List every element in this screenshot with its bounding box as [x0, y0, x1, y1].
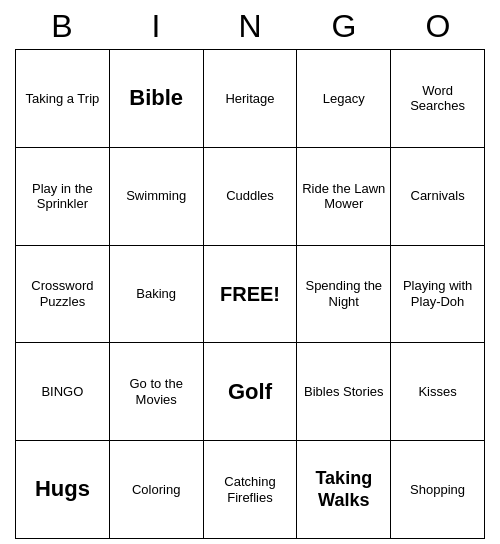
bingo-cell-4: Word Searches: [391, 50, 485, 148]
bingo-grid: Taking a TripBibleHeritageLegacyWord Sea…: [15, 49, 485, 539]
header-g: G: [300, 8, 388, 45]
bingo-cell-9: Carnivals: [391, 148, 485, 246]
header-i: I: [112, 8, 200, 45]
bingo-cell-24: Shopping: [391, 441, 485, 539]
bingo-cell-11: Baking: [110, 246, 204, 344]
bingo-cell-5: Play in the Sprinkler: [16, 148, 110, 246]
bingo-cell-2: Heritage: [204, 50, 298, 148]
bingo-cell-7: Cuddles: [204, 148, 298, 246]
bingo-cell-22: Catching Fireflies: [204, 441, 298, 539]
header-o: O: [394, 8, 482, 45]
bingo-cell-13: Spending the Night: [297, 246, 391, 344]
header-n: N: [206, 8, 294, 45]
bingo-cell-18: Bibles Stories: [297, 343, 391, 441]
bingo-cell-10: Crossword Puzzles: [16, 246, 110, 344]
bingo-cell-17: Golf: [204, 343, 298, 441]
bingo-cell-23: Taking Walks: [297, 441, 391, 539]
bingo-cell-12: FREE!: [204, 246, 298, 344]
bingo-cell-6: Swimming: [110, 148, 204, 246]
header-b: B: [18, 8, 106, 45]
bingo-cell-8: Ride the Lawn Mower: [297, 148, 391, 246]
bingo-cell-21: Coloring: [110, 441, 204, 539]
bingo-cell-1: Bible: [110, 50, 204, 148]
bingo-cell-0: Taking a Trip: [16, 50, 110, 148]
bingo-header: B I N G O: [15, 0, 485, 49]
bingo-cell-19: Kisses: [391, 343, 485, 441]
bingo-cell-16: Go to the Movies: [110, 343, 204, 441]
bingo-cell-14: Playing with Play-Doh: [391, 246, 485, 344]
bingo-cell-15: BINGO: [16, 343, 110, 441]
bingo-cell-20: Hugs: [16, 441, 110, 539]
bingo-cell-3: Legacy: [297, 50, 391, 148]
